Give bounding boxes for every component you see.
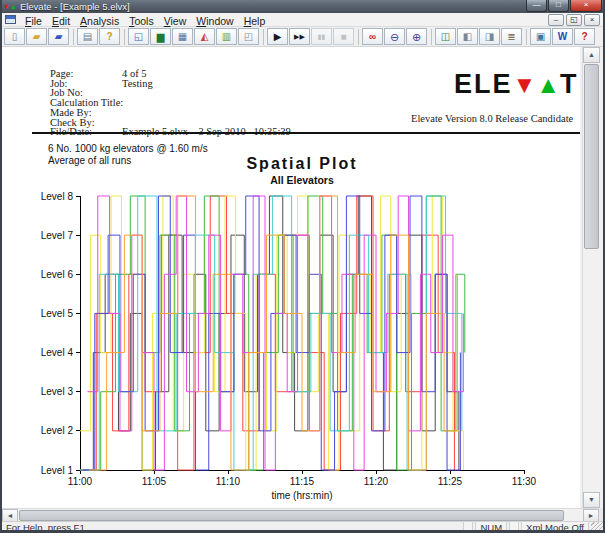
x-tick-label: 11:15 bbox=[290, 476, 315, 487]
help-button[interactable]: ? bbox=[574, 28, 595, 45]
menu-edit[interactable]: Edit bbox=[47, 15, 75, 27]
vertical-scrollbar[interactable]: ▲ ▼ bbox=[582, 47, 599, 508]
maximize-button[interactable]: □ bbox=[548, 0, 569, 12]
fast-run-button[interactable]: ▶▶ bbox=[289, 28, 310, 45]
elevator-plan-button[interactable]: ▥ bbox=[216, 28, 237, 45]
version-tagline: Elevate Version 8.0 Release Candidate bbox=[411, 113, 580, 124]
next-page-icon: ◨ bbox=[485, 32, 494, 42]
new-file-icon: ▯ bbox=[12, 32, 18, 42]
analysis-graph-button[interactable]: ◭ bbox=[194, 28, 215, 45]
copy-pages-icon: ◫ bbox=[441, 32, 450, 42]
prev-page-icon: ◧ bbox=[463, 32, 472, 42]
report-header: Page:4 of 5Job:TestingJob No:Calculation… bbox=[50, 69, 122, 137]
menu-analysis[interactable]: Analysis bbox=[75, 15, 124, 27]
y-tick-label: Level 7 bbox=[41, 230, 74, 241]
zoom-in-button[interactable]: ⊕ bbox=[406, 28, 427, 45]
help-icon: ? bbox=[581, 32, 587, 42]
x-tick-label: 11:10 bbox=[216, 476, 241, 487]
mdi-minimize-button[interactable]: – bbox=[548, 14, 564, 26]
horizontal-scrollbar[interactable]: ◄ ► bbox=[2, 508, 599, 521]
simulation-screen-button[interactable]: ▆ bbox=[150, 28, 171, 45]
series-elevator-1 bbox=[80, 196, 459, 470]
data-grid-button[interactable]: ▦ bbox=[172, 28, 193, 45]
project-window-icon: ◱ bbox=[134, 32, 143, 42]
menu-help[interactable]: Help bbox=[239, 15, 271, 27]
export-screen-button[interactable]: ▣ bbox=[530, 28, 551, 45]
mdi-restore-button[interactable]: ◱ bbox=[566, 14, 582, 26]
logo-down-arrow-icon: ▼ bbox=[513, 71, 537, 98]
menu-tools[interactable]: Tools bbox=[124, 15, 159, 27]
vertical-scroll-thumb[interactable] bbox=[584, 64, 599, 249]
open-file-button[interactable]: ▰ bbox=[26, 28, 47, 45]
find-icon: ∞ bbox=[369, 32, 376, 42]
x-tick-label: 11:25 bbox=[438, 476, 463, 487]
elevate-logo: ELE▼▲TE bbox=[454, 69, 580, 100]
pause-button: ▮▮ bbox=[311, 28, 332, 45]
analysis-graph-icon: ◭ bbox=[201, 32, 209, 42]
menu-view[interactable]: View bbox=[159, 15, 192, 27]
status-pane-empty-2 bbox=[509, 521, 519, 533]
num-lock-indicator: NUM bbox=[475, 521, 507, 533]
run-button[interactable]: ▶ bbox=[267, 28, 288, 45]
library-button[interactable]: ≣ bbox=[501, 28, 522, 45]
mdi-close-button[interactable]: × bbox=[584, 14, 600, 26]
zoom-in-icon: ⊕ bbox=[412, 32, 421, 42]
chart-subtitle: All Elevators bbox=[22, 174, 580, 186]
xml-mode-indicator: Xml Mode Off bbox=[521, 521, 589, 533]
toolbar-separator bbox=[263, 29, 264, 45]
word-export-icon: W bbox=[558, 32, 567, 42]
stop-icon: ■ bbox=[340, 32, 346, 42]
find-button[interactable]: ∞ bbox=[362, 28, 383, 45]
close-button[interactable]: × bbox=[570, 0, 602, 12]
print-button[interactable]: ▤ bbox=[77, 28, 98, 45]
horizontal-scroll-thumb[interactable] bbox=[19, 510, 564, 521]
toolbar-separator bbox=[73, 29, 74, 45]
zoom-out-button[interactable]: ⊖ bbox=[384, 28, 405, 45]
status-bar: For Help, press F1 NUMXml Mode Off bbox=[2, 521, 603, 533]
data-grid-icon: ▦ bbox=[178, 32, 187, 42]
document-page: Page:4 of 5Job:TestingJob No:Calculation… bbox=[2, 47, 580, 508]
spatial-plot-chart: 11:0011:0511:1011:1511:2011:2511:30Level… bbox=[22, 188, 580, 502]
scrollbar-corner bbox=[599, 508, 603, 521]
toolbar-separator bbox=[431, 29, 432, 45]
resize-grip[interactable] bbox=[591, 522, 603, 533]
elevator-plan-icon: ▥ bbox=[222, 32, 231, 42]
project-window-button[interactable]: ◱ bbox=[128, 28, 149, 45]
simulation-screen-icon: ▆ bbox=[157, 32, 165, 42]
tool-bar: ▯▰▰▤?◱▆▦◭▥◰▶▶▶▮▮■∞⊖⊕◫◧◨≣▣W? bbox=[2, 27, 603, 47]
app-logo-icon: ▼▲ bbox=[3, 3, 17, 10]
save-button[interactable]: ▰ bbox=[48, 28, 69, 45]
series-elevator-8 bbox=[89, 196, 458, 470]
x-tick-label: 11:05 bbox=[142, 476, 167, 487]
word-export-button[interactable]: W bbox=[552, 28, 573, 45]
y-tick-label: Level 3 bbox=[41, 386, 74, 397]
series-elevator-6 bbox=[83, 196, 460, 470]
menu-window[interactable]: Window bbox=[191, 15, 238, 27]
x-tick-label: 11:20 bbox=[364, 476, 389, 487]
x-tick-label: 11:00 bbox=[68, 476, 93, 487]
export-screen-icon: ▣ bbox=[536, 32, 545, 42]
new-file-button[interactable]: ▯ bbox=[4, 28, 25, 45]
header-value: Testing bbox=[122, 79, 153, 89]
menu-file[interactable]: File bbox=[20, 15, 47, 27]
y-tick-label: Level 1 bbox=[41, 465, 74, 476]
document-icon[interactable] bbox=[5, 15, 16, 24]
scroll-down-arrow[interactable]: ▼ bbox=[583, 492, 600, 508]
context-help-button[interactable]: ? bbox=[99, 28, 120, 45]
minimize-button[interactable]: — bbox=[526, 0, 547, 12]
app-window: ▼▲ Elevate - [Example 5.elvx] — □ × File… bbox=[0, 0, 605, 533]
library-icon: ≣ bbox=[507, 32, 515, 42]
toolbar-separator bbox=[358, 29, 359, 45]
next-page-button[interactable]: ◨ bbox=[479, 28, 500, 45]
status-message: For Help, press F1 bbox=[2, 522, 463, 533]
copy-pages-button[interactable]: ◫ bbox=[435, 28, 456, 45]
x-tick-label: 11:30 bbox=[512, 476, 537, 487]
scroll-up-arrow[interactable]: ▲ bbox=[583, 47, 600, 63]
header-rule bbox=[32, 132, 580, 134]
context-help-icon: ? bbox=[106, 32, 112, 42]
x-axis-label: time (hrs:min) bbox=[271, 490, 332, 501]
prev-page-button[interactable]: ◧ bbox=[457, 28, 478, 45]
menu-bar: FileEditAnalysisToolsViewWindowHelp – ◱ … bbox=[2, 13, 603, 27]
open-file-icon: ▰ bbox=[33, 32, 41, 42]
page-preview-button[interactable]: ◰ bbox=[238, 28, 259, 45]
